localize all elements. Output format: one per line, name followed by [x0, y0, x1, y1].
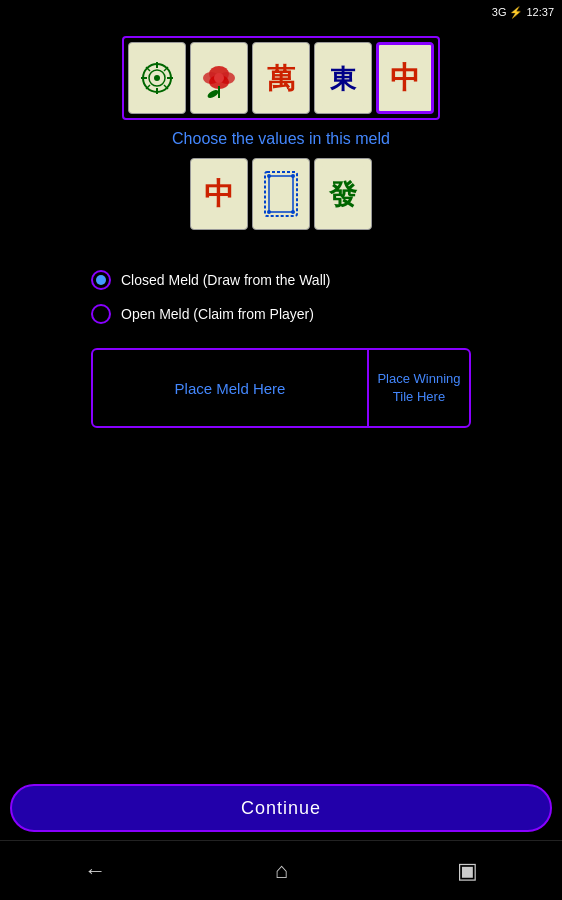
place-winning-button[interactable]: Place Winning Tile Here	[369, 350, 469, 426]
choose-values-text: Choose the values in this meld	[172, 130, 390, 148]
svg-text:發: 發	[328, 179, 358, 210]
recent-apps-button[interactable]: ▣	[457, 858, 478, 884]
svg-text:中: 中	[204, 177, 234, 210]
signal-indicator: 3G	[492, 6, 507, 18]
back-button[interactable]: ←	[84, 858, 106, 884]
main-content: 萬 東 中 Choose the values in this	[0, 24, 562, 840]
action-buttons-area: Place Meld Here Place Winning Tile Here	[91, 348, 471, 428]
svg-point-31	[267, 174, 271, 178]
svg-point-33	[267, 210, 271, 214]
open-meld-option[interactable]: Open Meld (Claim from Player)	[91, 304, 471, 324]
svg-text:東: 東	[330, 65, 357, 94]
svg-point-32	[291, 174, 295, 178]
svg-point-17	[214, 73, 224, 83]
nav-bar: ← ⌂ ▣	[0, 840, 562, 900]
tile-rose[interactable]	[190, 42, 248, 114]
tile-chrysanthemum[interactable]	[128, 42, 186, 114]
open-meld-radio[interactable]	[91, 304, 111, 324]
svg-point-3	[154, 75, 160, 81]
meld-tile-row: 萬 東 中	[122, 36, 440, 120]
battery-icon: ⚡	[509, 6, 523, 19]
closed-meld-label: Closed Meld (Draw from the Wall)	[121, 272, 331, 288]
tile-east[interactable]: 東	[314, 42, 372, 114]
tile-zhong-bottom[interactable]: 中	[190, 158, 248, 230]
svg-point-34	[291, 210, 295, 214]
selected-tile-row: 中	[190, 158, 372, 230]
status-bar: 3G ⚡ 12:37	[0, 0, 562, 24]
tile-fa[interactable]: 發	[314, 158, 372, 230]
closed-meld-radio[interactable]	[91, 270, 111, 290]
open-meld-label: Open Meld (Claim from Player)	[121, 306, 314, 322]
svg-text:中: 中	[390, 61, 420, 94]
clock: 12:37	[526, 6, 554, 18]
continue-area: Continue	[10, 784, 552, 832]
tile-wan[interactable]: 萬	[252, 42, 310, 114]
radio-section: Closed Meld (Draw from the Wall) Open Me…	[91, 270, 471, 338]
tile-zhong-selected[interactable]: 中	[376, 42, 434, 114]
tile-frame[interactable]	[252, 158, 310, 230]
svg-text:萬: 萬	[267, 63, 296, 94]
closed-meld-option[interactable]: Closed Meld (Draw from the Wall)	[91, 270, 471, 290]
place-meld-button[interactable]: Place Meld Here	[93, 350, 367, 426]
continue-button[interactable]: Continue	[10, 784, 552, 832]
home-button[interactable]: ⌂	[275, 858, 288, 884]
